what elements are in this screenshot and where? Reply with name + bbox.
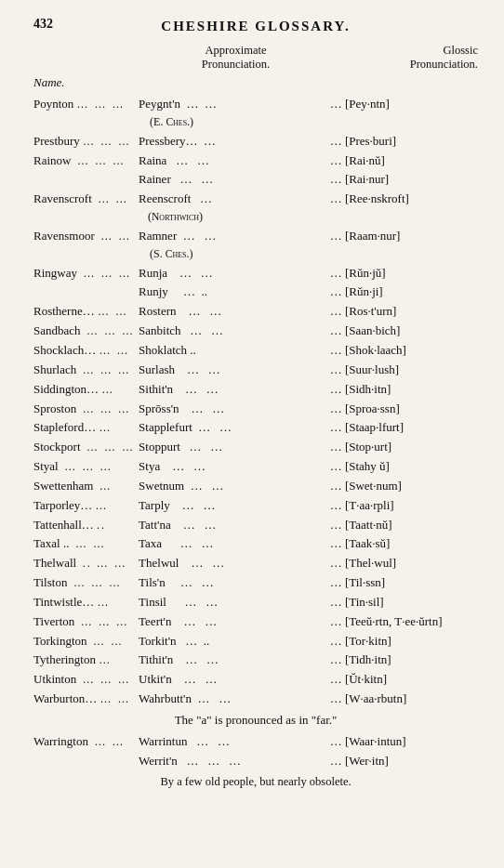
table-row: Torkington … … Torkit'n … .. … [Tor·kitn… [33,632,478,651]
table-row: Stockport … … … Stoppurt … … … [Stop·urt… [33,438,478,457]
name-col-header: Name. [33,75,131,90]
table-row: Warrington … … Warrintun … … … [Waar·int… [33,732,478,752]
table-row: Ravenscroft … … Reenscroft …(Northwich) … [33,190,478,227]
pronounced-text: pronounced [226,713,283,727]
table-row: Stapleford… … Stapplefurt … … … [Staap·l… [33,418,478,438]
obsolete-note: By a few old people, but nearly obsolete… [33,771,478,791]
table-row: Rainer … … … [Rai·nur] [33,170,478,190]
table-row: Ringway … … … Runja … … … [Rŭn·jŭ] [33,264,478,283]
table-row: Runjy … .. … [Rŭn·ji] [33,283,478,302]
table-row: Poynton … … … Peygnt'n … …(E. Ches.) … [… [33,95,478,132]
table-row: Sandbach … … … Sanbitch … … … [Saan·bich… [33,322,478,341]
table-row: Rostherne… … … Rostern … … … [Ros·t'urn] [33,302,478,322]
table-row: Sproston … … … Sprōss'n … … … [Sproa·ssn… [33,400,478,419]
page-number: 432 [33,17,53,32]
glossic-header: Glossic Pronunciation. [340,44,478,72]
table-row: Shocklach… … … Shoklatch .. … [Shok·laac… [33,341,478,361]
table-row: Taxal .. … … Taxa … … … [Taak·sŭ] [33,534,478,554]
table-row: Prestbury … … … Pressbery… … … [Pres·bur… [33,132,478,151]
table-row: Tintwistle… … Tinsil … … … [Tin·sil] [33,593,478,612]
table-row: Siddington… … Sithit'n … … … [Sidh·itn] [33,380,478,400]
table-row-obs-note: By a few old people, but nearly obsolete… [33,771,478,791]
table-row-note: The "a" is pronounced as in "far." [33,709,478,732]
table-row: Utkinton … … … Utkit'n … … … [Ŭt·kitn] [33,670,478,690]
approx-header: Approximate Pronunciation. [131,44,340,72]
table-row: Werrit'n … … … … [Wer·itn] [33,752,478,771]
table-row: Tytherington … Tithit'n … … … [Tidh·itn] [33,651,478,670]
table-row: Tarporley… … Tarply … … … [T·aa·rpli] [33,496,478,516]
table-row: Swettenham … Swetnum … … … [Swet·num] [33,477,478,496]
table-row: Tattenhall… .. Tatt'na … … … [Taatt·nŭ] [33,516,478,535]
table-row: Styal … … … Stya … … … [Stahy ŭ] [33,457,478,477]
table-row: Rainow … … … Raina … … … [Rai·nŭ] [33,151,478,171]
table-row: Tiverton … … … Teert'n … … … [Teeŭ·rtn, … [33,612,478,632]
table-row: Shurlach … … … Surlash … … … [Suur·lush] [33,361,478,380]
table-row: Thelwall .. … … Thelwul … … … [Thel·wul] [33,554,478,573]
page-title: CHESHIRE GLOSSARY. [33,19,478,34]
table-row: Warburton… … … Wahrbutt'n … … … [W·aa·rb… [33,690,478,709]
table-row: Ravensmoor … … Ramner … …(S. Ches.) … [R… [33,227,478,264]
glossary-table: Poynton … … … Peygnt'n … …(E. Ches.) … [… [33,95,478,791]
table-row: Tilston … … … Tils'n … … … [Til·ssn] [33,573,478,593]
a-note: The "a" is pronounced as in "far." [33,709,478,732]
